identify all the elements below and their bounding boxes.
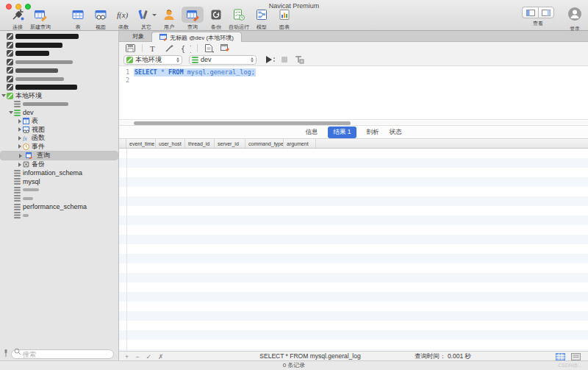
expand-icon[interactable]: [18, 127, 21, 132]
toolbar-automation-button[interactable]: 自动运行: [229, 7, 249, 31]
query-builder-icon[interactable]: [220, 43, 230, 53]
divider: [142, 44, 143, 52]
expand-icon[interactable]: [18, 144, 21, 149]
toolbar-chart-button[interactable]: 图表: [274, 7, 295, 31]
connection-select[interactable]: 本地环境: [123, 55, 182, 65]
plug-icon[interactable]: [3, 349, 9, 357]
result-grid-body[interactable]: [119, 149, 588, 351]
tree-row-queries[interactable]: 查询: [0, 151, 118, 160]
toolbar-query-button[interactable]: 查询: [182, 7, 204, 31]
tree-row-redacted-connection[interactable]: [0, 75, 118, 84]
tab-objects[interactable]: 对象: [125, 31, 151, 41]
tree-row-redacted-connection[interactable]: [0, 58, 118, 67]
tab-status[interactable]: 状态: [390, 128, 402, 137]
tree-row-local-env[interactable]: 本地环境: [0, 92, 118, 101]
code-braces-icon[interactable]: { }: [180, 43, 191, 53]
expand-icon[interactable]: [18, 163, 21, 167]
expand-icon[interactable]: [19, 154, 22, 158]
tree-row-redacted-db[interactable]: [0, 194, 118, 203]
tab-profile[interactable]: 剖析: [367, 128, 379, 137]
toolbar-table-button[interactable]: 表: [68, 7, 88, 31]
search-icon: [14, 348, 21, 355]
discard-changes-button[interactable]: ✗: [158, 353, 164, 360]
run-button[interactable]: [266, 56, 275, 63]
database-icon: [14, 212, 21, 218]
tree-row-db-dev[interactable]: dev: [0, 109, 118, 118]
tree-row-tables[interactable]: 表: [0, 117, 118, 126]
text-document-icon[interactable]: [204, 43, 214, 53]
sql-text: SELECT * FROM mysql.general_log;: [134, 68, 256, 77]
tree-row-redacted-connection[interactable]: [0, 66, 118, 75]
line-number: 2: [119, 77, 134, 85]
expand-icon[interactable]: [18, 136, 21, 140]
tab-info[interactable]: 信息: [305, 128, 318, 137]
sidebar-search-input[interactable]: [11, 349, 114, 359]
tree-row-backups[interactable]: 备份: [0, 160, 118, 169]
column-header[interactable]: user_host: [156, 139, 185, 148]
backups-icon: [23, 161, 29, 168]
toolbar-others-button[interactable]: 其它: [136, 7, 157, 31]
functions-icon: fx: [23, 135, 29, 141]
line-number: 1: [119, 68, 134, 77]
redacted-label: [15, 68, 58, 73]
toolbar-right-group: 查看 登录: [522, 7, 582, 32]
toolbar-function-button[interactable]: f(x) 函数: [113, 7, 134, 31]
delete-record-button[interactable]: −: [135, 353, 139, 360]
toolbar-user-button[interactable]: 用户: [159, 7, 179, 31]
grid-view-icon[interactable]: [556, 353, 565, 360]
column-header[interactable]: server_id: [215, 139, 245, 148]
tree-row-redacted-db[interactable]: [0, 211, 118, 220]
toolbar-new-query-button[interactable]: 新建查询: [30, 7, 51, 31]
tab-result-1[interactable]: 结果 1: [328, 127, 356, 138]
tree-label: mysql: [23, 178, 40, 185]
record-count: 0 条记录: [0, 361, 588, 370]
column-header[interactable]: event_time: [126, 139, 156, 148]
beautify-sql-icon[interactable]: T: [148, 43, 158, 53]
add-record-button[interactable]: +: [125, 353, 129, 360]
query-run-bar: 本地环境 dev: [119, 54, 588, 66]
tables-icon: [23, 118, 29, 124]
play-icon: [266, 56, 272, 63]
tree-row-redacted-connection[interactable]: [0, 41, 118, 50]
tree-row-redacted-connection[interactable]: [0, 32, 118, 41]
scrollbar-thumb[interactable]: [134, 121, 351, 125]
database-select[interactable]: dev: [189, 55, 257, 65]
login-group[interactable]: 登录: [567, 7, 582, 32]
view-toggle-group: 查看: [522, 7, 554, 27]
show-right-pane-button[interactable]: [538, 7, 554, 18]
redacted-label: [15, 85, 77, 90]
stop-button[interactable]: [282, 57, 287, 63]
toolbar-connection-button[interactable]: 连接: [7, 7, 28, 31]
row-header-gutter: [119, 139, 126, 148]
toolbar-view-button[interactable]: 视图: [90, 7, 111, 31]
wand-icon[interactable]: [164, 43, 174, 53]
sql-editor[interactable]: 1 SELECT * FROM mysql.general_log; 2: [119, 66, 588, 119]
show-left-pane-button[interactable]: [522, 7, 538, 18]
editor-horizontal-scrollbar: [119, 119, 588, 126]
tree-row-redacted-connection[interactable]: [0, 49, 118, 58]
tree-row-performance-schema[interactable]: performance_schema: [0, 203, 118, 212]
toolbar-backup-button[interactable]: 备份: [206, 7, 226, 31]
tree-row-redacted-schema[interactable]: [0, 100, 118, 109]
tab-query-untitled[interactable]: 无标题 @dev (本地环境): [151, 32, 242, 42]
tree-row-functions[interactable]: fx 函数: [0, 134, 118, 143]
column-header[interactable]: command_type: [245, 139, 284, 148]
query-toolbar: T { }: [119, 42, 588, 54]
save-icon[interactable]: [125, 43, 136, 53]
expand-icon[interactable]: [18, 119, 21, 124]
tree-row-information-schema[interactable]: information_schema: [0, 169, 118, 178]
toolbar-model-button[interactable]: 模型: [251, 7, 272, 31]
column-header[interactable]: thread_id: [185, 139, 215, 148]
query-icon: [182, 7, 204, 23]
collapse-icon[interactable]: [1, 94, 6, 97]
tree-row-events[interactable]: 事件: [0, 143, 118, 152]
collapse-icon[interactable]: [9, 111, 13, 114]
tree-row-mysql[interactable]: mysql: [0, 177, 118, 186]
column-header[interactable]: argument: [284, 139, 316, 148]
explain-icon[interactable]: [294, 55, 304, 64]
form-view-icon[interactable]: [571, 353, 581, 360]
table-icon: [71, 7, 85, 23]
tree-row-views[interactable]: 视图: [0, 126, 118, 135]
tree-row-redacted-db[interactable]: [0, 186, 118, 195]
apply-changes-button[interactable]: ✓: [146, 353, 152, 360]
